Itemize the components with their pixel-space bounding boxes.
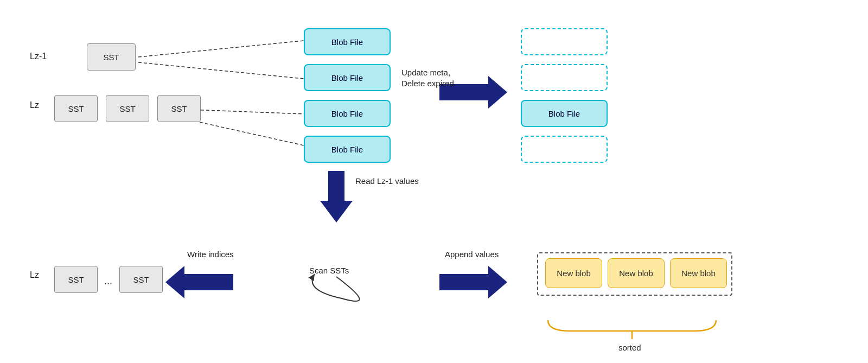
new-blob-2: New blob: [608, 258, 665, 288]
lz-bottom-label: Lz: [30, 270, 39, 280]
sst-lz-3: SST: [157, 95, 201, 122]
delete-expired-label: Delete expired: [401, 79, 454, 88]
read-lz1-label: Read Lz-1 values: [355, 176, 419, 186]
lz-top-label: Lz: [30, 100, 39, 110]
blob-file-1: Blob File: [304, 28, 391, 55]
diagram: Lz-1 SST Lz SST SST SST Blob File Blob F…: [0, 0, 868, 363]
append-values-label: Append values: [445, 250, 499, 259]
ellipsis-label: ...: [104, 276, 112, 287]
new-blob-3: New blob: [670, 258, 727, 288]
dashed-teal-2: [521, 64, 608, 91]
blob-file-remaining: Blob File: [521, 100, 608, 127]
sst-lz-2: SST: [106, 95, 149, 122]
sorted-label: sorted: [618, 343, 641, 352]
lz-minus1-label: Lz-1: [30, 52, 47, 61]
svg-line-0: [138, 41, 304, 57]
scan-ssts-label: Scan SSTs: [309, 266, 349, 275]
update-meta-label: Update meta,: [401, 68, 450, 77]
blob-file-4: Blob File: [304, 136, 391, 163]
sst-bottom-1: SST: [54, 266, 98, 293]
sst-lz1: SST: [87, 43, 136, 71]
svg-marker-7: [165, 266, 233, 298]
new-blob-1: New blob: [545, 258, 602, 288]
dashed-teal-1: [521, 28, 608, 55]
svg-marker-6: [439, 266, 507, 298]
sst-lz-1: SST: [54, 95, 98, 122]
dashed-teal-4: [521, 136, 608, 163]
svg-line-1: [138, 62, 304, 79]
write-indices-label: Write indices: [187, 250, 234, 259]
sst-bottom-2: SST: [119, 266, 163, 293]
blob-file-3: Blob File: [304, 100, 391, 127]
svg-marker-5: [320, 171, 353, 222]
blob-file-2: Blob File: [304, 64, 391, 91]
